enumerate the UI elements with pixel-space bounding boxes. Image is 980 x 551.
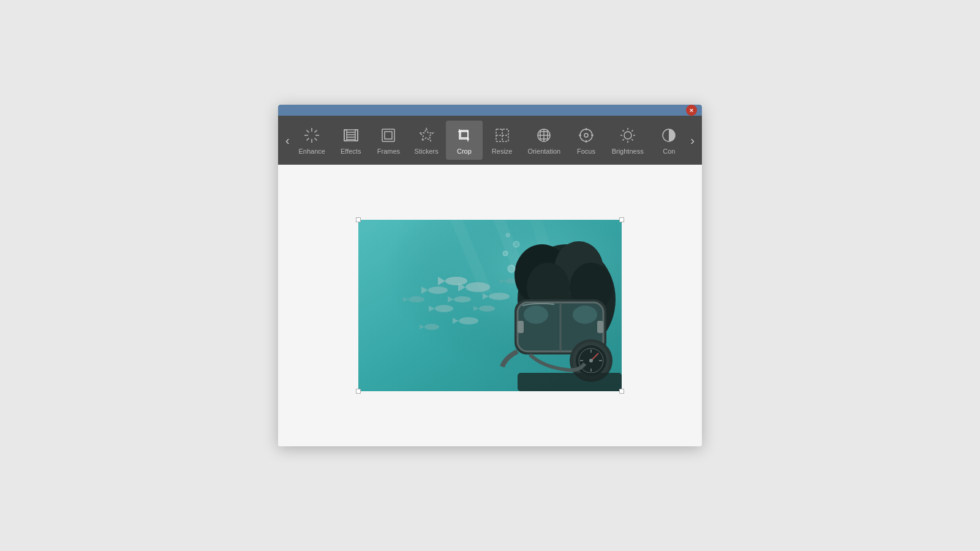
svg-line-38 <box>631 130 633 132</box>
tool-brightness-label: Brightness <box>612 148 644 155</box>
svg-rect-16 <box>385 132 392 139</box>
crop-handle-br[interactable] <box>619 389 624 394</box>
frame-icon <box>379 126 398 145</box>
tool-effects-label: Effects <box>341 148 361 155</box>
tool-resize[interactable]: Resize <box>484 121 521 160</box>
svg-point-26 <box>584 133 588 137</box>
toolbar: ‹ Enhance <box>278 116 702 165</box>
tool-effects[interactable]: Effects <box>333 121 369 160</box>
svg-line-36 <box>622 130 624 132</box>
svg-line-39 <box>622 139 624 140</box>
orientation-icon <box>534 126 554 145</box>
tool-enhance[interactable]: Enhance <box>293 121 331 160</box>
svg-line-7 <box>307 138 309 141</box>
tool-crop[interactable]: Crop <box>446 121 483 160</box>
toolbar-items: Enhance Effects <box>292 121 688 160</box>
toolbar-next-button[interactable]: › <box>688 116 697 165</box>
tool-focus-label: Focus <box>577 148 595 155</box>
crop-handle-tl[interactable] <box>356 217 361 222</box>
svg-rect-10 <box>355 130 358 141</box>
svg-line-4 <box>307 130 309 133</box>
tool-contrast-label: Con <box>663 148 675 155</box>
tool-frames-label: Frames <box>377 148 400 155</box>
sparkle-icon <box>302 126 322 145</box>
tool-focus[interactable]: Focus <box>568 121 605 160</box>
svg-rect-96 <box>358 220 622 391</box>
crop-handle-tr[interactable] <box>619 217 624 222</box>
close-button[interactable]: × <box>686 105 697 116</box>
tool-frames[interactable]: Frames <box>370 121 407 160</box>
svg-rect-9 <box>344 130 347 141</box>
tool-brightness[interactable]: Brightness <box>606 121 650 160</box>
brightness-icon <box>618 126 638 145</box>
crop-icon <box>454 126 474 145</box>
stickers-icon <box>417 126 436 145</box>
svg-marker-17 <box>420 129 433 141</box>
svg-rect-15 <box>382 129 394 141</box>
svg-point-25 <box>580 129 592 141</box>
tool-stickers-label: Stickers <box>415 148 439 155</box>
resize-icon <box>492 126 512 145</box>
photo-canvas <box>358 220 622 391</box>
titlebar: × <box>278 105 702 116</box>
svg-line-37 <box>631 139 633 140</box>
tool-enhance-label: Enhance <box>299 148 325 155</box>
svg-point-31 <box>624 132 631 139</box>
svg-line-5 <box>315 138 317 141</box>
tool-resize-label: Resize <box>492 148 513 155</box>
tool-contrast[interactable]: Con <box>650 121 687 160</box>
tool-crop-label: Crop <box>457 148 472 155</box>
svg-line-6 <box>315 130 317 133</box>
crop-handle-bl[interactable] <box>356 389 361 394</box>
tool-orientation-label: Orientation <box>527 148 560 155</box>
contrast-icon <box>659 126 679 145</box>
tool-stickers[interactable]: Stickers <box>408 121 445 160</box>
photo-editor-modal: × ‹ Enhance <box>278 105 702 446</box>
photo-container <box>358 220 622 391</box>
focus-icon <box>576 126 596 145</box>
filmstrip-icon <box>341 126 361 145</box>
canvas-area <box>278 165 702 446</box>
tool-orientation[interactable]: Orientation <box>521 121 567 160</box>
toolbar-prev-button[interactable]: ‹ <box>283 116 292 165</box>
